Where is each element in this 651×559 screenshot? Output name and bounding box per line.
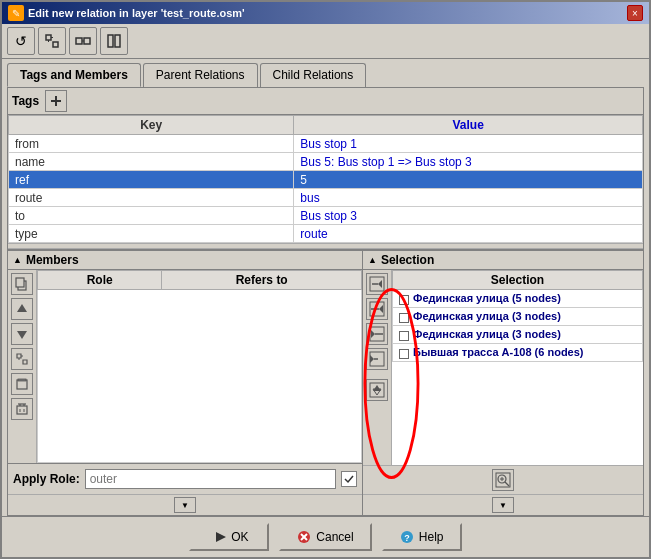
selection-item: Фединская улица (3 nodes): [393, 308, 643, 326]
svg-rect-17: [17, 406, 27, 414]
tag-key: route: [9, 189, 294, 207]
close-button[interactable]: ×: [627, 5, 643, 21]
selection-up-arrow-icon: ▲: [368, 255, 377, 265]
members-up-arrow: ▲: [13, 255, 22, 265]
ok-label: OK: [231, 530, 248, 544]
title-bar-left: ✎ Edit new relation in layer 'test_route…: [8, 5, 245, 21]
tag-key: from: [9, 135, 294, 153]
members-move-up-button[interactable]: [11, 298, 33, 320]
selection-row[interactable]: Фединская улица (5 nodes): [393, 290, 643, 308]
toolbar-way-button[interactable]: [100, 27, 128, 55]
help-button[interactable]: ? Help: [382, 523, 462, 551]
members-scroll-down[interactable]: ▼: [174, 497, 196, 513]
tag-value: Bus 5: Bus stop 1 => Bus stop 3: [294, 153, 643, 171]
members-delete-button[interactable]: [11, 398, 33, 420]
main-content: Tags Key Value fromBus stop 1nameBus 5:: [7, 87, 644, 516]
selection-row[interactable]: Фединская улица (3 nodes): [393, 308, 643, 326]
tags-row[interactable]: ref5: [9, 171, 643, 189]
tags-row[interactable]: fromBus stop 1: [9, 135, 643, 153]
members-label: Members: [26, 253, 79, 267]
tags-value-header: Value: [294, 116, 643, 135]
tab-tags-members[interactable]: Tags and Members: [7, 63, 141, 87]
tags-row[interactable]: toBus stop 3: [9, 207, 643, 225]
svg-marker-13: [17, 304, 27, 312]
tags-toolbar: Tags: [8, 88, 643, 115]
selection-table-area: Selection Фединская улица (5 nodes)Федин…: [392, 270, 643, 465]
tags-key-header: Key: [9, 116, 294, 135]
selection-zoom-button[interactable]: [492, 469, 514, 491]
selection-scroll-down[interactable]: ▼: [492, 497, 514, 513]
svg-marker-24: [378, 280, 382, 288]
cancel-label: Cancel: [316, 530, 353, 544]
members-paste-button[interactable]: [11, 373, 33, 395]
apply-role-label: Apply Role:: [13, 472, 80, 486]
tag-key: name: [9, 153, 294, 171]
selection-row[interactable]: Бывшая трасса А-108 (6 nodes): [393, 344, 643, 362]
tag-value: bus: [294, 189, 643, 207]
svg-rect-5: [84, 38, 90, 44]
members-empty-row: [38, 290, 362, 463]
tab-child-relations[interactable]: Child Relations: [260, 63, 367, 87]
members-table-area: Role Refers to: [37, 270, 362, 463]
svg-rect-12: [16, 278, 24, 287]
selection-row[interactable]: Фединская улица (3 nodes): [393, 326, 643, 344]
tag-key: to: [9, 207, 294, 225]
selection-item: Фединская улица (3 nodes): [393, 326, 643, 344]
members-scroll-bottom: ▼: [8, 494, 362, 515]
toolbar-select-button[interactable]: [38, 27, 66, 55]
svg-rect-8: [115, 35, 120, 47]
main-window: ✎ Edit new relation in layer 'test_route…: [0, 0, 651, 559]
selection-bottom-toolbar: [363, 465, 643, 494]
svg-marker-30: [371, 330, 375, 338]
apply-role-row: Apply Role:: [8, 463, 362, 494]
toolbar: ↺: [2, 24, 649, 59]
title-bar: ✎ Edit new relation in layer 'test_route…: [2, 2, 649, 24]
selection-label: Selection: [381, 253, 434, 267]
tag-value: Bus stop 1: [294, 135, 643, 153]
members-left-toolbar: [8, 270, 37, 463]
members-copy-button[interactable]: [11, 273, 33, 295]
toolbar-node-button[interactable]: [69, 27, 97, 55]
tags-section: Tags Key Value fromBus stop 1nameBus 5:: [8, 88, 643, 249]
remove-from-members-button[interactable]: [366, 323, 388, 345]
members-table: Role Refers to: [37, 270, 362, 463]
selection-panel: ▲ Selection: [363, 251, 643, 515]
tabs-area: Tags and Members Parent Relations Child …: [2, 59, 649, 87]
svg-text:?: ?: [404, 533, 410, 543]
svg-rect-1: [53, 42, 58, 47]
tag-key: ref: [9, 171, 294, 189]
bottom-buttons: OK Cancel ? Help: [2, 516, 649, 557]
cancel-button[interactable]: Cancel: [279, 523, 371, 551]
apply-role-input[interactable]: [85, 469, 336, 489]
window-title: Edit new relation in layer 'test_route.o…: [28, 7, 245, 19]
tag-value: Bus stop 3: [294, 207, 643, 225]
svg-line-42: [505, 482, 509, 486]
toolbar-refresh-button[interactable]: ↺: [7, 27, 35, 55]
members-move-down-button[interactable]: [11, 323, 33, 345]
tags-label: Tags: [12, 94, 39, 108]
selection-toolbar: [363, 270, 392, 465]
selection-scroll-bottom: ▼: [363, 494, 643, 515]
svg-rect-7: [108, 35, 113, 47]
tags-row[interactable]: nameBus 5: Bus stop 1 => Bus stop 3: [9, 153, 643, 171]
members-select-button[interactable]: [11, 348, 33, 370]
remove-all-from-members-button[interactable]: [366, 348, 388, 370]
apply-role-checkbox[interactable]: [341, 471, 357, 487]
tags-row[interactable]: typeroute: [9, 225, 643, 243]
svg-marker-27: [379, 305, 383, 313]
members-role-header: Role: [38, 271, 162, 290]
members-header: ▲ Members: [8, 251, 362, 270]
members-content: Role Refers to: [8, 270, 362, 463]
members-panel: ▲ Members: [8, 251, 363, 515]
add-to-members-button[interactable]: [366, 298, 388, 320]
add-all-to-members-button[interactable]: [366, 273, 388, 295]
sort-button[interactable]: [366, 379, 388, 401]
tags-row[interactable]: routebus: [9, 189, 643, 207]
selection-header: ▲ Selection: [363, 251, 643, 270]
ok-button[interactable]: OK: [189, 523, 269, 551]
svg-rect-0: [46, 35, 51, 40]
bottom-section: ▲ Members: [8, 249, 643, 515]
add-tag-button[interactable]: [45, 90, 67, 112]
tab-parent-relations[interactable]: Parent Relations: [143, 63, 258, 87]
selection-col-header: Selection: [393, 271, 643, 290]
